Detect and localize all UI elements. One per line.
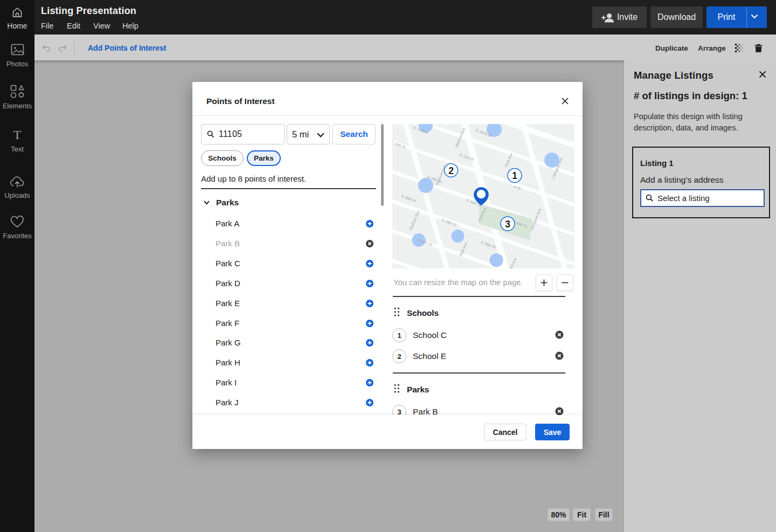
svg-text:1: 1 — [512, 170, 517, 181]
svg-text:T: T — [13, 129, 22, 141]
svg-text:2: 2 — [448, 165, 454, 176]
svg-text:3: 3 — [505, 219, 510, 230]
